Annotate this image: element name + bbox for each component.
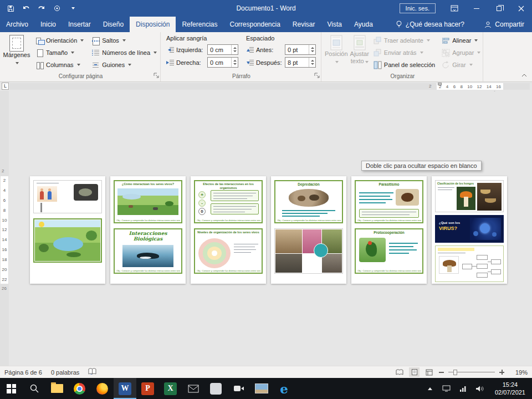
document-page-5[interactable]: Parasitismo Obj.: Conocer y comprender l… [351,176,427,284]
spinner-arrows[interactable] [309,58,315,67]
slide-thumbnail[interactable]: Protocooperación Obj.: Conocer y compren… [355,228,423,274]
zoom-slider[interactable] [448,369,495,376]
send-backward-button[interactable]: Enviar atrás [371,47,437,59]
read-mode-button[interactable] [394,367,405,377]
horizontal-ruler[interactable]: L 2 246810121416 [0,82,532,91]
word-count[interactable]: 0 palabras [51,369,79,376]
line-numbers-button[interactable]: Números de línea [89,47,159,59]
tray-volume-button[interactable] [472,385,488,392]
vertical-ruler[interactable]: 2 246810121416182022 26 [0,91,9,366]
ruler-active-segment[interactable]: 246810121416 [437,83,503,90]
paragraph-dialog-launcher[interactable] [314,71,320,80]
indent-left-input[interactable]: 0 cm [207,44,238,55]
save-button[interactable] [3,2,18,15]
tab-disposicion[interactable]: Disposición [130,17,176,32]
zoom-level[interactable]: 19% [509,369,528,376]
spinner-arrows[interactable] [309,45,315,54]
ribbon-display-options-button[interactable] [443,0,466,17]
touch-mode-button[interactable] [50,2,64,15]
minimize-button[interactable] [466,0,488,17]
slide-thumbnail[interactable]: Niveles de organización de los seres viv… [194,228,263,274]
tab-revisar[interactable]: Revisar [287,17,321,32]
slide-thumbnail[interactable]: Efectos de las interacciones en los orga… [194,180,263,223]
zoom-in-button[interactable] [499,370,504,375]
close-button[interactable] [510,0,532,17]
slide-thumbnail[interactable]: Parasitismo Obj.: Conocer y comprender l… [355,180,423,223]
start-button[interactable] [0,378,23,399]
excel-button[interactable]: X [159,378,182,399]
tab-referencias[interactable]: Referencias [176,17,223,32]
spinner-arrows[interactable] [231,58,238,67]
indent-marker[interactable] [438,83,442,85]
tab-inicio[interactable]: Inicio [34,17,62,32]
redo-button[interactable] [34,2,49,15]
tab-correspondencia[interactable]: Correspondencia [223,17,286,32]
breaks-button[interactable]: Saltos [89,34,159,47]
hyphenation-button[interactable]: Guiones [89,59,159,71]
spinner-arrows[interactable] [231,45,238,54]
tab-stop-selector[interactable]: L [2,83,9,90]
zoom-out-button[interactable] [439,372,444,373]
print-layout-button[interactable] [409,367,420,377]
rotate-button[interactable]: Girar [439,59,483,71]
web-layout-button[interactable] [424,367,434,377]
document-page-2[interactable]: ¿Cómo interactúan los seres vivos? Obj.:… [110,176,186,284]
tab-archivo[interactable]: Archivo [0,17,34,32]
clock[interactable]: 15:24 02/07/2021 [488,381,532,397]
group-button[interactable]: Agrupar [439,47,483,59]
wrap-text-button[interactable]: Ajustar texto [350,33,369,64]
share-button[interactable]: Compartir [477,17,532,32]
tray-display-button[interactable] [438,385,455,392]
slide-thumbnail[interactable]: Clasificación de los hongos [435,180,504,212]
slide-thumbnail[interactable]: ¿Qué son los VIRUS? [435,215,504,243]
zoom-slider-thumb[interactable] [453,370,457,375]
restore-button[interactable] [488,0,510,17]
align-button[interactable]: Alinear [439,34,483,47]
page-size-button[interactable]: Tamaño [33,47,86,59]
chrome-button[interactable] [68,378,91,399]
document-page-1[interactable] [30,176,105,284]
document-page-4[interactable]: Depredación Obj.: Conocer y comprender l… [271,176,346,284]
word-taskbar-button[interactable]: W [114,378,136,399]
document-page-6[interactable]: Clasificación de los hongos ¿Qué son los [432,176,507,284]
page-setup-dialog-launcher[interactable] [154,71,159,80]
orientation-button[interactable]: Orientación [33,34,86,47]
taskbar-search-button[interactable] [23,378,45,399]
slide-thumbnail[interactable] [33,180,102,213]
proofing-status-button[interactable] [88,368,96,376]
slide-thumbnail[interactable] [33,218,102,263]
customize-quick-access-button[interactable] [65,2,80,15]
photos-app-button[interactable] [250,378,273,399]
document-canvas[interactable]: 2 246810121416182022 26 Doble clic para … [0,91,532,366]
undo-button[interactable] [19,2,33,15]
tab-insertar[interactable]: Insertar [62,17,97,32]
powerpoint-button[interactable]: P [136,378,159,399]
selection-pane-button[interactable]: Panel de selección [371,59,437,71]
slide-thumbnail[interactable]: Depredación Obj.: Conocer y comprender l… [274,180,343,223]
slide-thumbnail[interactable]: InteraccionesBiológicas Obj.: Conocer y … [114,228,182,274]
bring-forward-button[interactable]: Traer adelante [371,34,437,47]
position-button[interactable]: Posición [325,33,348,64]
collapse-ribbon-button[interactable] [521,71,528,79]
page-indicator[interactable]: Página 6 de 6 [4,369,42,376]
file-explorer-button[interactable] [45,378,68,399]
firefox-button[interactable] [91,378,114,399]
camera-app-button[interactable] [227,378,250,399]
spacing-after-input[interactable]: 8 pt [285,57,316,68]
sign-in-button[interactable]: Inic. ses. [400,3,436,13]
tab-ayuda[interactable]: Ayuda [348,17,379,32]
tab-vista[interactable]: Vista [321,17,348,32]
slide-thumbnail[interactable] [435,245,504,282]
app-button[interactable] [204,378,227,399]
slide-thumbnail[interactable] [274,228,343,274]
spacing-before-input[interactable]: 0 pt [285,44,316,55]
tell-me-search[interactable]: ¿Qué desea hacer? [389,17,471,32]
edge-button[interactable]: e [273,378,295,399]
mail-button[interactable] [182,378,204,399]
columns-button[interactable]: Columnas [33,59,86,71]
tray-expand-button[interactable] [422,387,438,390]
margins-button[interactable]: Márgenes [3,33,30,65]
tray-network-button[interactable] [455,385,472,392]
slide-thumbnail[interactable]: ¿Cómo interactúan los seres vivos? Obj.:… [114,180,182,223]
document-page-3[interactable]: Efectos de las interacciones en los orga… [191,176,266,284]
